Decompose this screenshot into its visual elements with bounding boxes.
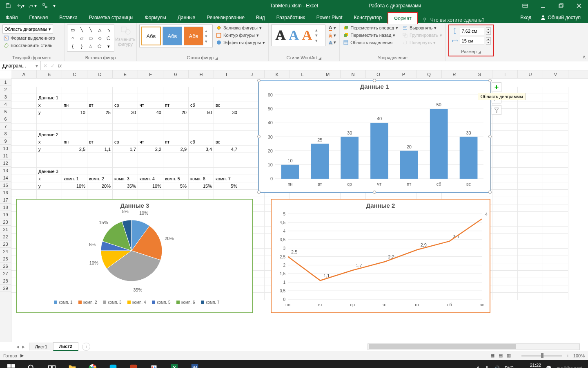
- worksheet-grid[interactable]: 1234567891011121314151617181920212223242…: [0, 79, 588, 342]
- close-icon[interactable]: [570, 0, 588, 11]
- notifications-icon[interactable]: 💬: [546, 366, 552, 368]
- svg-text:2,9: 2,9: [421, 242, 427, 247]
- text-outline-button[interactable]: A ▾: [328, 32, 337, 38]
- chart-element-dropdown[interactable]: Область диаграммы▾: [2, 25, 53, 34]
- sheet-tab-1[interactable]: Лист1: [29, 343, 53, 350]
- volume-icon[interactable]: 🔊: [494, 366, 500, 368]
- zoom-out-icon[interactable]: −: [515, 353, 517, 358]
- touch-mode-icon[interactable]: [39, 1, 51, 11]
- width-spinner[interactable]: ▴▾: [486, 37, 491, 45]
- view-normal-icon[interactable]: ▦: [490, 353, 494, 358]
- tab-powerpivot[interactable]: Power Pivot: [311, 12, 348, 23]
- text-fill-button[interactable]: A ▾: [328, 25, 337, 31]
- chart-2-line[interactable]: Данные 2 00,511,522,533,544,552,5пн1,1вт…: [271, 199, 490, 313]
- send-backward-button[interactable]: Переместить назад ▾: [342, 32, 399, 38]
- search-icon[interactable]: [22, 360, 41, 368]
- chrome-icon[interactable]: [83, 360, 102, 368]
- chart-3-pie[interactable]: Данные 3 10%20%35%10%5%15%5%комп. 1комп.…: [16, 199, 253, 313]
- shape-height-input[interactable]: 7,62 см: [460, 27, 484, 35]
- shapes-gallery[interactable]: ▭╲╲△↘ ○▱▭◇⬡ {}☆⬠▾: [67, 25, 114, 52]
- chart-2-title[interactable]: Данные 2: [272, 200, 490, 210]
- excel-taskbar-icon[interactable]: X: [165, 360, 184, 368]
- group-button: Группировать ▾: [401, 32, 443, 38]
- enter-formula-icon[interactable]: ✓: [51, 63, 55, 69]
- tab-view[interactable]: Вид: [250, 12, 271, 23]
- row-headers[interactable]: 1234567891011121314151617181920212223242…: [0, 79, 11, 342]
- minimize-icon[interactable]: [534, 0, 552, 11]
- macro-record-icon[interactable]: ▶: [20, 353, 24, 358]
- tab-chart-format[interactable]: Формат: [388, 12, 418, 24]
- chart-1-plot[interactable]: 010203040506010пн25вт30ср40чт20пт50сб30в…: [259, 91, 488, 190]
- shape-style-2[interactable]: Абв: [163, 27, 182, 45]
- language-indicator[interactable]: РУС: [505, 366, 514, 368]
- undo-icon[interactable]: ▾: [15, 1, 26, 11]
- view-page-break-icon[interactable]: ▥: [507, 353, 511, 358]
- zoom-in-icon[interactable]: +: [566, 353, 569, 358]
- shape-outline-button[interactable]: Контур фигуры ▾: [215, 32, 266, 38]
- shape-width-input[interactable]: 15 см: [460, 37, 484, 45]
- svg-text:35%: 35%: [133, 287, 142, 292]
- share-button[interactable]: Общий доступ: [537, 13, 584, 22]
- bring-forward-button[interactable]: Переместить вперед ▾: [342, 25, 399, 31]
- zoom-level[interactable]: 100%: [573, 353, 585, 358]
- chart-filters-button[interactable]: [492, 105, 501, 115]
- height-spinner[interactable]: ▴▾: [486, 27, 491, 35]
- shape-style-1[interactable]: Абв: [141, 27, 161, 45]
- app-icon-1[interactable]: [104, 360, 122, 368]
- selection-pane-button[interactable]: Область выделения: [342, 39, 399, 46]
- tab-file[interactable]: Файл: [0, 12, 24, 23]
- chart-3-title[interactable]: Данные 3: [17, 200, 252, 210]
- ribbon-options-icon[interactable]: [516, 0, 534, 11]
- shape-effects-button[interactable]: Эффекты фигуры ▾: [215, 39, 266, 46]
- chart-elements-button[interactable]: +: [492, 82, 501, 92]
- save-icon[interactable]: [2, 1, 14, 11]
- tab-insert[interactable]: Вставка: [53, 12, 83, 23]
- shape-style-3[interactable]: Абв: [184, 27, 203, 45]
- word-taskbar-icon[interactable]: W: [185, 360, 204, 368]
- network-icon[interactable]: 🖧: [485, 366, 489, 368]
- align-button[interactable]: Выровнять ▾: [401, 25, 443, 31]
- chart-3-plot[interactable]: 10%20%35%10%5%15%5%комп. 1комп. 2комп. 3…: [17, 210, 251, 310]
- zoom-slider[interactable]: [521, 355, 562, 357]
- tab-developer[interactable]: Разработчик: [271, 12, 311, 23]
- column-headers[interactable]: ABCDEFGHIJKLMNOPQRSTUV: [11, 70, 588, 79]
- svg-rect-121: [110, 365, 117, 368]
- start-button[interactable]: [2, 360, 20, 368]
- svg-text:10: 10: [287, 158, 292, 163]
- tab-data[interactable]: Данные: [172, 12, 201, 23]
- paint-icon[interactable]: [145, 360, 163, 368]
- shape-fill-button[interactable]: Заливка фигуры ▾: [215, 25, 266, 31]
- tab-review[interactable]: Рецензирование: [201, 12, 250, 23]
- tab-home[interactable]: Главная: [24, 12, 54, 23]
- new-sheet-button[interactable]: +: [82, 343, 90, 351]
- cancel-formula-icon[interactable]: ✕: [43, 63, 47, 69]
- file-explorer-icon[interactable]: [63, 360, 82, 368]
- tab-formulas[interactable]: Формулы: [139, 12, 172, 23]
- chart-1-bar[interactable]: Данные 1 010203040506010пн25вт30ср40чт20…: [258, 80, 490, 193]
- sheet-tab-2[interactable]: Лист2: [53, 342, 78, 351]
- format-selection-button[interactable]: Формат выделенного: [2, 35, 56, 41]
- tab-page-layout[interactable]: Разметка страницы: [83, 12, 139, 23]
- shape-style-gallery[interactable]: Абв Абв Абв ▴▾▾: [139, 25, 213, 47]
- horizontal-scrollbar[interactable]: [368, 343, 580, 350]
- signin-link[interactable]: Вход: [516, 12, 535, 23]
- task-view-icon[interactable]: [42, 360, 61, 368]
- sheet-nav[interactable]: ◄ ►: [12, 344, 29, 349]
- wordart-gallery[interactable]: A A A ▴▾▾: [271, 25, 326, 46]
- view-page-layout-icon[interactable]: ▤: [499, 353, 503, 358]
- name-box[interactable]: Диаграм...▾: [0, 61, 41, 70]
- reset-style-button[interactable]: Восстановить стиль: [2, 42, 56, 49]
- tell-me-search[interactable]: Что вы хотите сделать?: [418, 17, 489, 23]
- app-icon-2[interactable]: [124, 360, 143, 368]
- tray-expand-icon[interactable]: ᐱ: [477, 366, 480, 368]
- svg-rect-2: [45, 6, 47, 8]
- maximize-icon[interactable]: [552, 0, 570, 11]
- redo-icon[interactable]: ▾: [27, 1, 38, 11]
- tab-chart-design[interactable]: Конструктор: [348, 12, 388, 23]
- system-clock[interactable]: 21:2223.03.2017: [519, 363, 541, 368]
- chart-2-plot[interactable]: 00,511,522,533,544,552,5пн1,1вт1,7ср2,2ч…: [272, 210, 488, 310]
- text-effects-button[interactable]: A ▾: [328, 39, 337, 45]
- qat-customize-icon[interactable]: ▾: [51, 1, 57, 11]
- fx-icon[interactable]: fx: [58, 63, 62, 69]
- collapse-ribbon-icon[interactable]: ᐱ: [583, 55, 586, 59]
